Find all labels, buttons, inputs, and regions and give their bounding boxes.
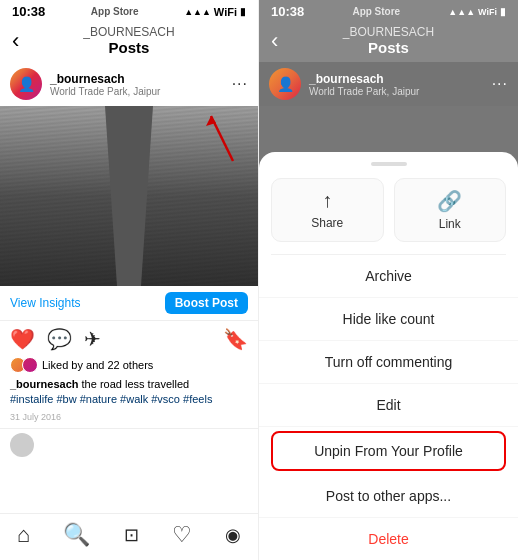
left-panel: 10:38 App Store ▲▲▲ WiFi ▮ ‹ _BOURNESACH…	[0, 0, 259, 560]
right-panel: 10:38 App Store ▲▲▲ WiFi ▮ ‹ _BOURNESACH…	[259, 0, 518, 560]
right-back-button[interactable]: ‹	[271, 28, 278, 54]
view-insights-button[interactable]: View Insights	[10, 296, 80, 310]
left-action-row: ❤️ 💬 ✈ 🔖	[0, 321, 258, 357]
left-back-button[interactable]: ‹	[12, 28, 19, 54]
sheet-handle	[371, 162, 407, 166]
sheet-menu-item-archive[interactable]: Archive	[259, 255, 518, 298]
heart-icon[interactable]: ❤️	[10, 327, 35, 351]
left-comment-row	[0, 428, 258, 461]
left-status-icons: ▲▲▲ WiFi ▮	[184, 6, 246, 18]
left-caption: _bournesach the road less travelled #ins…	[0, 377, 258, 410]
caption-hashtags: #instalife #bw #nature #walk #vsco #feel…	[10, 393, 212, 405]
sheet-icon-row: ↑ Share 🔗 Link	[259, 178, 518, 254]
right-status-icons: ▲▲▲ WiFi ▮	[448, 6, 506, 17]
boost-post-button[interactable]: Boost Post	[165, 292, 248, 314]
share-sheet-button[interactable]: ↑ Share	[271, 178, 384, 242]
left-nav-bar: ‹ _BOURNESACH Posts	[0, 21, 258, 62]
left-post-image	[0, 106, 258, 286]
nav-profile-icon[interactable]: ◉	[225, 524, 241, 546]
liked-by-text: Liked by and 22 others	[42, 359, 153, 371]
signal-icon: ▲▲▲	[184, 7, 211, 17]
right-app-store: App Store	[352, 6, 400, 17]
sheet-menu-item-post-to-other-apps[interactable]: Post to other apps...	[259, 475, 518, 518]
caption-username: _bournesach	[10, 378, 78, 390]
left-bottom-nav: ⌂ 🔍 ⊡ ♡ ◉	[0, 513, 258, 560]
right-time: 10:38	[271, 4, 304, 19]
right-status-bar: 10:38 App Store ▲▲▲ WiFi ▮	[259, 0, 518, 21]
right-wifi-icon: WiFi	[478, 7, 497, 17]
bottom-sheet: ↑ Share 🔗 Link ArchiveHide like countTur…	[259, 152, 518, 560]
comment-icon[interactable]: 💬	[47, 327, 72, 351]
share-symbol-icon: ↑	[322, 189, 332, 212]
red-arrow-svg	[203, 111, 243, 166]
left-time: 10:38	[12, 4, 45, 19]
sheet-menu-item-unpin-from-profile[interactable]: Unpin From Your Profile	[271, 431, 506, 471]
left-liked-row: Liked by and 22 others	[0, 357, 258, 377]
sheet-menu-item-delete[interactable]: Delete	[259, 518, 518, 560]
red-arrow-annotation	[203, 111, 243, 170]
sheet-menu-item-turn-off-commenting[interactable]: Turn off commenting	[259, 341, 518, 384]
right-nav-bar: ‹ _BOURNESACH Posts	[259, 21, 518, 62]
left-post-location: World Trade Park, Jaipur	[50, 86, 224, 97]
nav-search-icon[interactable]: 🔍	[63, 522, 90, 548]
left-post-header: 👤 _bournesach World Trade Park, Jaipur ·…	[0, 62, 258, 106]
right-nav-title-block: _BOURNESACH Posts	[343, 25, 434, 56]
commenter-avatar	[10, 433, 34, 457]
wifi-icon: WiFi	[214, 6, 237, 18]
bookmark-icon[interactable]: 🔖	[223, 327, 248, 351]
left-insights-row: View Insights Boost Post	[0, 286, 258, 321]
left-avatar[interactable]: 👤	[10, 68, 42, 100]
right-post-username[interactable]: _bournesach	[309, 72, 484, 86]
right-signal-icon: ▲▲▲	[448, 7, 475, 17]
nav-heart-icon[interactable]: ♡	[172, 522, 192, 548]
right-more-options-button[interactable]: ···	[492, 75, 508, 93]
share-label: Share	[311, 216, 343, 230]
nav-home-icon[interactable]: ⌂	[17, 522, 30, 548]
link-sheet-button[interactable]: 🔗 Link	[394, 178, 507, 242]
left-status-bar: 10:38 App Store ▲▲▲ WiFi ▮	[0, 0, 258, 21]
caption-text: the road less travelled	[82, 378, 190, 390]
sheet-menu-item-hide-like-count[interactable]: Hide like count	[259, 298, 518, 341]
share-icon[interactable]: ✈	[84, 327, 101, 351]
left-post-date: 31 July 2016	[0, 410, 258, 428]
left-nav-username: _BOURNESACH	[83, 25, 174, 39]
nav-reels-icon[interactable]: ⊡	[124, 524, 139, 546]
right-avatar[interactable]: 👤	[269, 68, 301, 100]
left-post-header-info: _bournesach World Trade Park, Jaipur	[50, 72, 224, 97]
sheet-menu-item-edit[interactable]: Edit	[259, 384, 518, 427]
left-nav-title: Posts	[83, 39, 174, 56]
link-label: Link	[439, 217, 461, 231]
sheet-menu-list: ArchiveHide like countTurn off commentin…	[259, 255, 518, 560]
left-nav-title-block: _BOURNESACH Posts	[83, 25, 174, 56]
left-app-store: App Store	[91, 6, 139, 17]
link-symbol-icon: 🔗	[437, 189, 462, 213]
right-post-header-info: _bournesach World Trade Park, Jaipur	[309, 72, 484, 97]
left-post-username[interactable]: _bournesach	[50, 72, 224, 86]
right-post-location: World Trade Park, Jaipur	[309, 86, 484, 97]
right-nav-username: _BOURNESACH	[343, 25, 434, 39]
left-more-options-button[interactable]: ···	[232, 75, 248, 93]
liked-avatars	[10, 357, 38, 373]
right-battery-icon: ▮	[500, 6, 506, 17]
liked-avatar-2	[22, 357, 38, 373]
battery-icon: ▮	[240, 6, 246, 17]
right-post-header: 👤 _bournesach World Trade Park, Jaipur ·…	[259, 62, 518, 106]
right-nav-title: Posts	[343, 39, 434, 56]
